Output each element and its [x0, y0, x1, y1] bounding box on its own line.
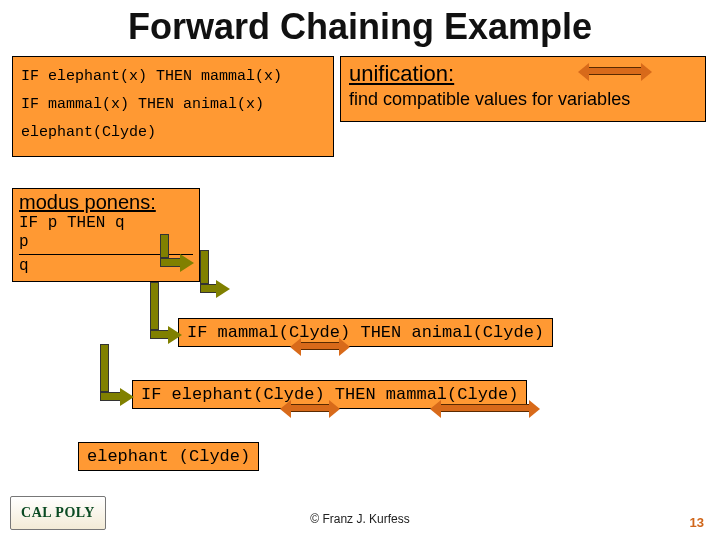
- slide: Forward Chaining Example IF elephant(x) …: [0, 0, 720, 540]
- unification-heading: unification:: [349, 61, 697, 87]
- unification-box: unification: find compatible values for …: [340, 56, 706, 122]
- modus-ponens-rule: IF p THEN q p: [19, 214, 193, 255]
- page-number: 13: [690, 515, 704, 530]
- step-2-box: IF elephant(Clyde) THEN mammal(Clyde): [132, 380, 527, 409]
- rule-fact: elephant(Clyde): [21, 119, 325, 147]
- step-3-box: IF mammal(Clyde) THEN animal(Clyde): [178, 318, 553, 347]
- mp-line-rule: IF p THEN q: [19, 214, 193, 233]
- step-1-box: elephant (Clyde): [78, 442, 259, 471]
- rule-2: IF mammal(x) THEN animal(x): [21, 91, 325, 119]
- modus-ponens-box: modus ponens: IF p THEN q p q: [12, 188, 200, 282]
- rules-box: IF elephant(x) THEN mammal(x) IF mammal(…: [12, 56, 334, 157]
- rule-1: IF elephant(x) THEN mammal(x): [21, 63, 325, 91]
- mp-line-premise: p: [19, 233, 193, 252]
- unification-desc: find compatible values for variables: [349, 89, 697, 111]
- page-title: Forward Chaining Example: [0, 6, 720, 48]
- footer-copyright: © Franz J. Kurfess: [0, 512, 720, 526]
- mp-line-conclusion: q: [19, 257, 193, 276]
- modus-ponens-heading: modus ponens:: [19, 191, 193, 214]
